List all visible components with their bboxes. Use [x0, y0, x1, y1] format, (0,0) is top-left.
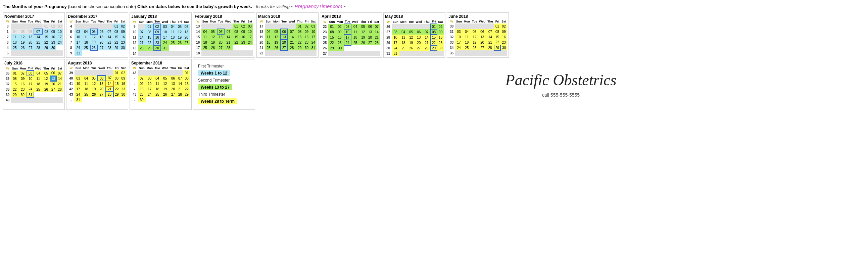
table-row: 42 17 18 19 20 21 22 23 — [68, 86, 127, 92]
table-row: 4 01 02 — [68, 24, 126, 29]
table-row: 2 11 12 13 14 15 16 17 — [4, 34, 63, 40]
table-row: 31 31 — [385, 51, 444, 56]
table-row: 38 22 23 24 25 26 27 28 — [4, 87, 63, 92]
header-text3: Click on dates below to see the baby's g… — [137, 4, 252, 9]
table-row: 35 — [448, 50, 507, 56]
calendar-jul2018-table: W SunMonTueWedThuFriSat 35 01 02 03 04 0… — [4, 66, 63, 103]
header-brand: PregnancyTimer.com — [295, 3, 342, 9]
table-row: 27 — [321, 51, 380, 56]
table-row: 29 17 18 19 20 21 22 23 — [385, 40, 444, 45]
table-row: 3 18 19 20 21 22 23 24 — [4, 40, 63, 45]
brand-name: Pacific Obstetrics — [505, 71, 617, 89]
table-row: 17 25 26 27 28 — [195, 45, 253, 50]
table-row: 1 04 05 06 07 08 09 10 — [4, 29, 63, 34]
table-row: 41 10 11 12 13 14 15 16 — [68, 81, 127, 86]
second-trimester-badge-row: Weeks 13 to 27 — [198, 84, 250, 91]
table-row: 34 24 25 26 27 28 29 30 — [448, 45, 507, 50]
calendar-nov2017-title: November 2017 — [4, 14, 63, 19]
table-row: 40 — [4, 97, 63, 103]
calendar-aug2018-title: August 2018 — [68, 61, 127, 65]
table-row: - 31 — [68, 97, 127, 102]
table-row: 18 04 05 06 07 08 09 10 — [258, 29, 316, 34]
header-thanks: - thanks for visiting ~ — [253, 4, 294, 9]
calendar-apr2018-table: W SunMonTueWedThuFriSat 22 01 02 03 04 0… — [321, 20, 380, 56]
calendar-jun2018: June 2018 W SunMonTueWedThuFriSat 30 01 … — [447, 12, 509, 58]
table-row: 25 22 23 24 25 26 27 28 — [321, 40, 380, 45]
table-row: 24 15 16 17 18 19 20 21 — [321, 35, 380, 40]
table-row: 20 18 19 20 21 22 23 24 — [258, 40, 316, 45]
calendar-mar2018: March 2018 W SunMonTueWedThuFriSat 17 01… — [256, 12, 318, 58]
legend-box: First Trimester Weeks 1 to 12 Second Tri… — [193, 59, 255, 110]
table-row: 13 28 29 30 31 — [131, 45, 190, 51]
calendar-sep2018-table: W SunMonTueWedThuFriSat 43 01 - 02 — [131, 66, 190, 102]
table-row: 21 25 26 27 28 29 30 31 — [258, 45, 316, 50]
table-row: 22 — [258, 50, 316, 56]
table-row: 15 11 12 13 14 15 16 17 — [195, 34, 253, 40]
sat-header: Sat — [56, 20, 63, 24]
bottom-calendars-row: July 2018 W SunMonTueWedThuFriSat 35 01 … — [3, 59, 865, 110]
table-row: 18 — [195, 50, 253, 56]
calendar-mar2018-table: W SunMonTueWedThuFriSat 17 01 02 03 18 — [258, 20, 317, 56]
header: The Months of your Pregnancy (based on c… — [3, 3, 865, 10]
table-row: 6 10 11 12 13 14 15 16 — [68, 34, 126, 40]
table-row: 43 01 — [131, 70, 190, 75]
calendar-jan2018: January 2018 W SunMonTueWedThuFriSat 9 0… — [130, 12, 192, 58]
table-row: 30 24 25 26 27 28 29 30 — [385, 45, 444, 51]
table-row: - 02 03 04 05 06 07 08 — [131, 75, 190, 81]
table-row: 36 08 09 10 11 12 13 14 — [4, 76, 63, 81]
calendar-feb2018: February 2018 W SunMonTueWedThuFriSat 13… — [193, 12, 255, 58]
calendar-aug2018-table: W SunMonTueWedThuFriSat 39 01 02 40 — [68, 66, 127, 102]
table-row: 9 31 — [68, 50, 126, 56]
table-row: 5 — [4, 50, 63, 56]
brand-box: Pacific Obstetrics call 555-555-5555 — [256, 59, 865, 110]
calendar-feb2018-table: W SunMonTueWedThuFriSat 13 01 02 03 14 — [195, 20, 253, 56]
calendar-nov2017: November 2017 W Sun Mon Tue Wed Thu Fri … — [3, 12, 65, 58]
tue-header: Tue — [27, 20, 34, 24]
table-row: 8 24 25 26 27 28 29 30 — [68, 45, 126, 50]
calendar-aug2018: August 2018 W SunMonTueWedThuFriSat 39 0… — [66, 59, 128, 110]
calendar-dec2017-table: W SunMonTueWedThuFriSat 4 01 02 5 0 — [68, 20, 127, 56]
table-row: 9 01 02 03 04 05 06 — [131, 24, 190, 29]
table-row: 19 11 12 13 14 15 16 17 — [258, 34, 316, 40]
calendar-nov2017-table: W Sun Mon Tue Wed Thu Fri Sat 0 01 — [4, 20, 63, 56]
table-row: 35 01 02 03 04 05 06 07 — [4, 70, 63, 76]
calendar-sep2018: September 2018 W SunMonTueWedThuFriSat 4… — [130, 59, 192, 110]
table-row: 11 14 15 16 17 18 19 20 — [131, 35, 190, 40]
first-trimester-label: First Trimester — [198, 64, 224, 68]
table-row: 10 07 08 09 10 11 12 13 — [131, 29, 190, 35]
table-row: 0 01 02 03 — [4, 24, 63, 29]
header-text2: (based on chosen conception date) — [68, 4, 136, 9]
table-row: - 30 — [131, 97, 190, 102]
second-trimester-badge: Weeks 13 to 27 — [198, 84, 232, 90]
second-trimester-label-row: Second Trimester — [198, 78, 250, 83]
table-row: 22 01 02 03 04 05 06 07 — [321, 24, 380, 29]
table-row: - 09 10 11 12 13 14 15 — [131, 81, 190, 86]
calendar-apr2018-title: April 2018 — [321, 14, 380, 19]
table-row: 23 08 09 10 11 12 13 14 — [321, 29, 380, 35]
calendar-apr2018: April 2018 W SunMonTueWedThuFriSat 22 01… — [320, 12, 382, 58]
week-col-header: W — [4, 20, 11, 24]
calendar-feb2018-title: February 2018 — [195, 14, 253, 19]
first-trimester-badge-row: Weeks 1 to 12 — [198, 69, 250, 77]
fri-header: Fri — [50, 20, 57, 24]
table-row: 28 10 11 12 13 14 15 16 — [385, 35, 444, 40]
table-row: 32 10 11 12 13 14 15 16 — [448, 34, 507, 40]
calendar-may2018: May 2018 W SunMonTueWedThuFriSat 26 01 0… — [383, 12, 445, 58]
wed-header: Wed — [34, 20, 42, 24]
table-row: 40 03 04 05 06 07 08 09 — [68, 75, 127, 81]
table-row: 27 03 04 05 06 07 08 09 — [385, 29, 444, 35]
calendar-mar2018-title: March 2018 — [258, 14, 317, 19]
table-row: 30 01 02 — [448, 24, 507, 29]
table-row: 4 25 26 27 28 29 30 — [4, 45, 63, 50]
table-row: 13 01 02 03 — [195, 24, 253, 29]
third-trimester-label: Third Trimester — [198, 92, 225, 97]
table-row: 26 29 30 — [321, 45, 380, 51]
table-row: 5 03 04 05 06 07 08 09 — [68, 29, 126, 34]
calendar-jul2018: July 2018 W SunMonTueWedThuFriSat 35 01 … — [3, 59, 65, 110]
table-row: 14 — [131, 51, 190, 56]
table-row: 43 23 24 25 26 27 28 29 — [131, 92, 190, 97]
first-trimester-label-row: First Trimester — [198, 64, 250, 68]
calendar-jan2018-title: January 2018 — [131, 14, 190, 19]
table-row: 39 01 02 — [68, 70, 127, 75]
table-row: 39 29 30 31 — [4, 92, 63, 97]
